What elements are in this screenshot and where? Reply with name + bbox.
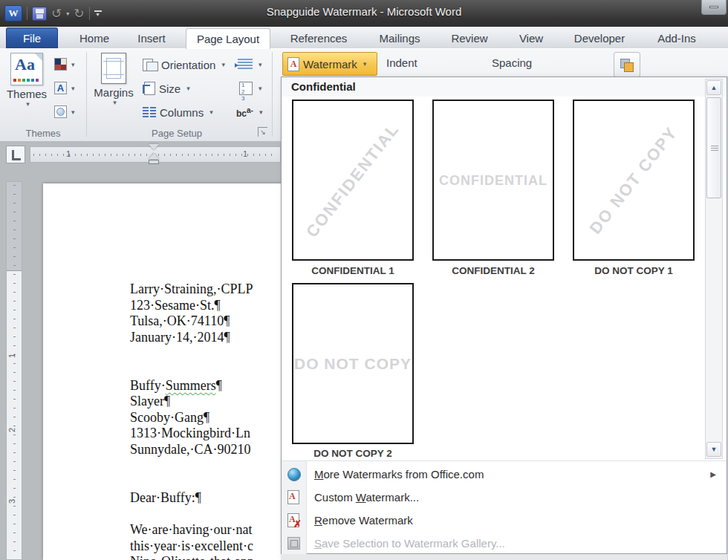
tab-stop-selector[interactable] bbox=[6, 146, 25, 163]
custom-watermark-icon bbox=[287, 490, 299, 504]
menu-item-custom-watermark[interactable]: Custom Watermark... bbox=[282, 486, 727, 509]
tab-insert[interactable]: Insert bbox=[125, 28, 178, 48]
chevron-down-icon: ▾ bbox=[26, 100, 30, 108]
document-line: 1313·Mockingbird·Ln bbox=[130, 426, 281, 442]
watermark-thumbnail-do-not-copy-2[interactable]: DO NOT COPY bbox=[292, 283, 414, 444]
hyphenation-icon: bca- bbox=[236, 106, 253, 119]
theme-fonts-icon: A bbox=[54, 82, 67, 94]
size-icon bbox=[144, 82, 155, 95]
thumbnail-label: DO NOT COPY 2 bbox=[292, 448, 414, 459]
orientation-icon bbox=[143, 59, 157, 71]
watermark-thumbnail-confidential-1[interactable]: CONFIDENTIAL bbox=[292, 100, 414, 261]
document-line: Tulsa,·OK·74110¶ bbox=[130, 313, 281, 330]
document-line: Larry·Straining,·CPLP bbox=[130, 281, 281, 298]
chevron-down-icon: ▾ bbox=[71, 61, 75, 68]
breaks-icon bbox=[238, 59, 253, 71]
first-line-indent-handle[interactable] bbox=[149, 144, 159, 150]
divider bbox=[282, 460, 727, 461]
chevron-down-icon: ▾ bbox=[363, 60, 367, 68]
menu-item-more-watermarks[interactable]: More Watermarks from Office.com ▶ bbox=[282, 463, 727, 486]
watermark-gallery-dropdown: Confidential CONFIDENTIAL CONFIDENTIAL 1… bbox=[281, 76, 727, 554]
menu-item-save-selection: Save Selection to Watermark Gallery... bbox=[282, 532, 727, 555]
size-button[interactable]: Size ▾ bbox=[144, 79, 190, 97]
thumbnail-label: CONFIDENTIAL 1 bbox=[292, 265, 414, 276]
tab-review[interactable]: Review bbox=[440, 28, 499, 48]
ruler-number: 3 bbox=[7, 499, 16, 504]
divider bbox=[272, 52, 273, 137]
theme-effects-icon bbox=[54, 105, 67, 118]
line-numbers-icon: 123 bbox=[239, 82, 253, 95]
margins-button-label: Margins bbox=[94, 86, 133, 99]
chevron-down-icon: ▾ bbox=[186, 85, 190, 92]
document-line-buffy: Buffy·Summers¶ bbox=[130, 378, 281, 394]
position-button[interactable] bbox=[614, 52, 640, 77]
document-line: We·are·having·our·nat bbox=[130, 522, 281, 538]
indent-column-label: Indent bbox=[386, 56, 417, 69]
document-line bbox=[130, 474, 281, 490]
hyphenation-button[interactable]: bca- ▾ bbox=[236, 103, 262, 121]
document-line bbox=[130, 362, 281, 378]
title-bar: W ↺ ▾ ↻ ▾ Snapguide Watermark - Microsof… bbox=[0, 0, 728, 27]
line-numbers-button[interactable]: 123 ▾ bbox=[239, 79, 262, 97]
remove-watermark-icon bbox=[287, 513, 299, 527]
margins-icon bbox=[101, 53, 126, 84]
document-line: 123·Sesame·St.¶ bbox=[130, 298, 281, 314]
chevron-down-icon: ▾ bbox=[113, 99, 117, 106]
office-com-icon bbox=[287, 468, 301, 481]
margins-button[interactable]: Margins ▾ bbox=[92, 53, 135, 106]
tab-developer[interactable]: Developer bbox=[563, 28, 636, 48]
document-line: Scooby·Gang¶ bbox=[130, 410, 281, 426]
breaks-button[interactable]: ▾ bbox=[238, 56, 262, 74]
tab-file[interactable]: File bbox=[6, 27, 58, 48]
chevron-down-icon: ▾ bbox=[259, 85, 262, 92]
orientation-label: Orientation bbox=[161, 59, 215, 71]
themes-button[interactable]: Aa Themes ▾ bbox=[4, 53, 49, 108]
menu-item-remove-watermark[interactable]: Remove Watermark bbox=[282, 509, 727, 532]
ruler-number: 2 bbox=[7, 428, 16, 432]
chevron-down-icon: ▾ bbox=[259, 61, 262, 68]
theme-colors-button[interactable]: ▾ bbox=[52, 54, 83, 74]
document-line: Nino·Olivotto·that·app bbox=[130, 554, 281, 560]
themes-button-label: Themes bbox=[7, 88, 47, 100]
watermark-thumbnail-do-not-copy-1[interactable]: DO NOT COPY bbox=[573, 100, 695, 261]
tab-page-layout[interactable]: Page Layout bbox=[186, 28, 270, 49]
watermark-thumbnail-confidential-2[interactable]: CONFIDENTIAL bbox=[432, 100, 554, 261]
document-line: Dear·Buffy:¶ bbox=[130, 490, 281, 507]
columns-button[interactable]: Columns ▾ bbox=[143, 103, 213, 121]
minimize-button[interactable] bbox=[701, 0, 727, 15]
theme-fonts-button[interactable]: A ▾ bbox=[52, 78, 83, 98]
window-background bbox=[281, 554, 728, 560]
orientation-button[interactable]: Orientation ▾ bbox=[143, 56, 225, 74]
theme-effects-button[interactable]: ▾ bbox=[52, 102, 83, 122]
scrollbar-thumb[interactable] bbox=[706, 97, 721, 198]
chevron-down-icon: ▾ bbox=[71, 108, 75, 116]
misspelled-word: Summers bbox=[166, 378, 216, 393]
vertical-ruler: 1 2 3 bbox=[6, 181, 22, 560]
hanging-indent-handle[interactable] bbox=[149, 153, 159, 159]
left-indent-handle[interactable] bbox=[149, 160, 159, 164]
chevron-down-icon: ▾ bbox=[71, 85, 75, 92]
tab-home[interactable]: Home bbox=[67, 28, 122, 48]
thumbnail-label: DO NOT COPY 1 bbox=[573, 265, 695, 276]
tab-references[interactable]: References bbox=[282, 28, 355, 48]
page-setup-dialog-launcher[interactable]: ↘ bbox=[258, 127, 267, 137]
scroll-down-button[interactable]: ▼ bbox=[706, 442, 721, 457]
tab-view[interactable]: View bbox=[505, 28, 557, 48]
ruler-number: 1 bbox=[7, 354, 16, 358]
document-line: this·year·is·excellent·c bbox=[130, 538, 281, 555]
chevron-down-icon: ▾ bbox=[221, 61, 225, 68]
gallery-section-header: Confidential bbox=[282, 77, 727, 97]
watermark-button[interactable]: Watermark ▾ bbox=[282, 52, 377, 76]
columns-label: Columns bbox=[160, 106, 204, 119]
themes-icon: Aa bbox=[10, 53, 43, 85]
tab-mailings[interactable]: Mailings bbox=[368, 28, 431, 48]
chevron-down-icon: ▾ bbox=[259, 108, 263, 116]
tab-add-ins[interactable]: Add-Ins bbox=[642, 28, 712, 48]
submenu-arrow-icon: ▶ bbox=[710, 470, 716, 478]
themes-group-label: Themes bbox=[0, 128, 86, 139]
indent-marker[interactable] bbox=[149, 144, 159, 165]
gallery-scrollbar[interactable]: ▲ ▼ bbox=[705, 79, 723, 459]
page-setup-group-label: Page Setup bbox=[88, 128, 266, 139]
scroll-up-button[interactable]: ▲ bbox=[706, 80, 721, 95]
thumbnail-label: CONFIDENTIAL 2 bbox=[432, 265, 554, 276]
